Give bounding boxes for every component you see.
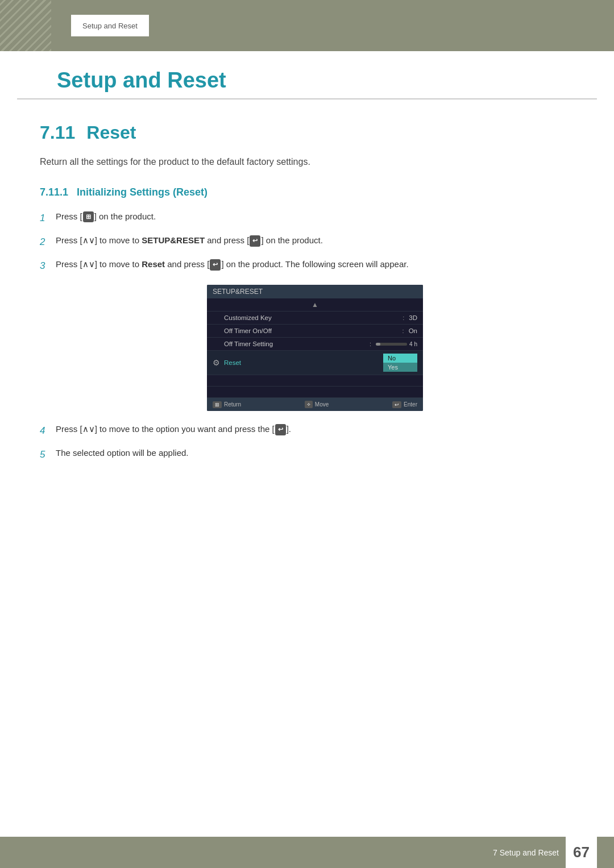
return-icon: ⊞ bbox=[213, 401, 222, 408]
screenshot-row-customized: Customized Key : 3D bbox=[207, 312, 423, 325]
screenshot-row-offtimersetting: Off Timer Setting : 4 h bbox=[207, 338, 423, 351]
gear-icon: ⚙ bbox=[213, 358, 220, 367]
progress-bar-bg bbox=[376, 343, 407, 346]
step-text-4: Press [∧∨] to move to the option you wan… bbox=[56, 422, 574, 436]
step-item: 1 Press [⊞] on the product. bbox=[40, 210, 574, 226]
screenshot-row-reset: ⚙ Reset No Yes bbox=[207, 351, 423, 375]
screenshot-title: SETUP&RESET bbox=[213, 288, 263, 296]
step-text-5: The selected option will be applied. bbox=[56, 446, 574, 460]
step-item-5: 5 The selected option will be applied. bbox=[40, 446, 574, 462]
step-item: 3 Press [∧∨] to move to Reset and press … bbox=[40, 258, 574, 273]
section-number: 7.11 bbox=[40, 122, 75, 143]
steps-list: 1 Press [⊞] on the product. 2 Press [∧∨]… bbox=[40, 210, 574, 274]
steps-list-cont: 4 Press [∧∨] to move to the option you w… bbox=[40, 422, 574, 462]
ss-offtimersetting-value: 4 h bbox=[409, 341, 417, 347]
ss-popup: No Yes bbox=[383, 354, 417, 372]
ss-offtimer-label: Off Timer On/Off bbox=[224, 327, 403, 334]
step-text: Press [⊞] on the product. bbox=[56, 210, 574, 223]
header-tab-label: Setup and Reset bbox=[82, 22, 138, 30]
footer-page-number: 67 bbox=[566, 837, 597, 868]
ss-popup-yes: Yes bbox=[383, 363, 417, 372]
footer-return: ⊞ Return bbox=[213, 401, 241, 408]
main-content: 7.11 Reset Return all the settings for t… bbox=[0, 99, 614, 493]
ss-customized-value: 3D bbox=[409, 314, 417, 321]
up-arrow-icon: ▲ bbox=[312, 301, 318, 309]
step-item: 2 Press [∧∨] to move to SETUP&RESET and … bbox=[40, 234, 574, 250]
ss-popup-no: No bbox=[383, 354, 417, 363]
step-number-4: 4 bbox=[40, 422, 56, 438]
move-icon: ⟡ bbox=[305, 401, 313, 408]
enter-key-icon: ↩ bbox=[250, 235, 260, 247]
screenshot-empty-row bbox=[207, 375, 423, 387]
step-number-5: 5 bbox=[40, 446, 56, 462]
screenshot-container: SETUP&RESET ▲ Customized Key : 3D Off Ti… bbox=[56, 285, 574, 411]
menu-key-icon: ⊞ bbox=[83, 211, 94, 223]
section-heading: 7.11 Reset bbox=[40, 122, 574, 143]
step-text: Press [∧∨] to move to Reset and press [↩… bbox=[56, 258, 574, 271]
footer-return-label: Return bbox=[224, 401, 241, 408]
section-title: Reset bbox=[86, 122, 136, 143]
header-bar: Setup and Reset bbox=[0, 0, 614, 51]
ss-progress-bar: 4 h bbox=[376, 341, 417, 347]
screenshot-box: SETUP&RESET ▲ Customized Key : 3D Off Ti… bbox=[207, 285, 423, 411]
screenshot-footer: ⊞ Return ⟡ Move ↩ Enter bbox=[207, 398, 423, 411]
screenshot-empty-row-2 bbox=[207, 387, 423, 398]
enter-key-icon-2: ↩ bbox=[210, 259, 221, 271]
screenshot-arrow-row: ▲ bbox=[207, 298, 423, 312]
page-footer: 7 Setup and Reset 67 bbox=[0, 837, 614, 868]
ss-customized-label: Customized Key bbox=[224, 314, 403, 321]
step-text: Press [∧∨] to move to SETUP&RESET and pr… bbox=[56, 234, 574, 247]
ss-offtimer-value: On bbox=[409, 327, 417, 334]
ss-offtimersetting-label: Off Timer Setting bbox=[224, 340, 370, 347]
ss-reset-label: Reset bbox=[224, 359, 241, 366]
step-item-4: 4 Press [∧∨] to move to the option you w… bbox=[40, 422, 574, 438]
section-description: Return all the settings for the product … bbox=[40, 155, 574, 169]
subsection-heading: 7.11.1 Initializing Settings (Reset) bbox=[40, 186, 574, 198]
footer-move: ⟡ Move bbox=[305, 401, 329, 408]
footer-text: 7 Setup and Reset bbox=[493, 848, 559, 857]
subsection-title: Initializing Settings (Reset) bbox=[77, 186, 208, 198]
step-number: 2 bbox=[40, 234, 56, 250]
enter-icon: ↩ bbox=[392, 401, 401, 408]
footer-enter-label: Enter bbox=[404, 401, 417, 408]
page-title: Setup and Reset bbox=[57, 68, 557, 93]
progress-bar-fill bbox=[376, 343, 380, 346]
screenshot-row-offtimer: Off Timer On/Off : On bbox=[207, 325, 423, 338]
page-title-section: Setup and Reset bbox=[17, 51, 597, 99]
enter-key-icon-3: ↩ bbox=[275, 424, 286, 435]
subsection-number: 7.11.1 bbox=[40, 186, 68, 198]
footer-enter: ↩ Enter bbox=[392, 401, 417, 408]
step-number: 1 bbox=[40, 210, 56, 226]
footer-move-label: Move bbox=[315, 401, 329, 408]
reset-label: Reset bbox=[142, 259, 165, 269]
screenshot-title-bar: SETUP&RESET bbox=[207, 285, 423, 298]
header-tab: Setup and Reset bbox=[71, 15, 149, 36]
step-number: 3 bbox=[40, 258, 56, 273]
setup-reset-label: SETUP&RESET bbox=[142, 235, 205, 245]
